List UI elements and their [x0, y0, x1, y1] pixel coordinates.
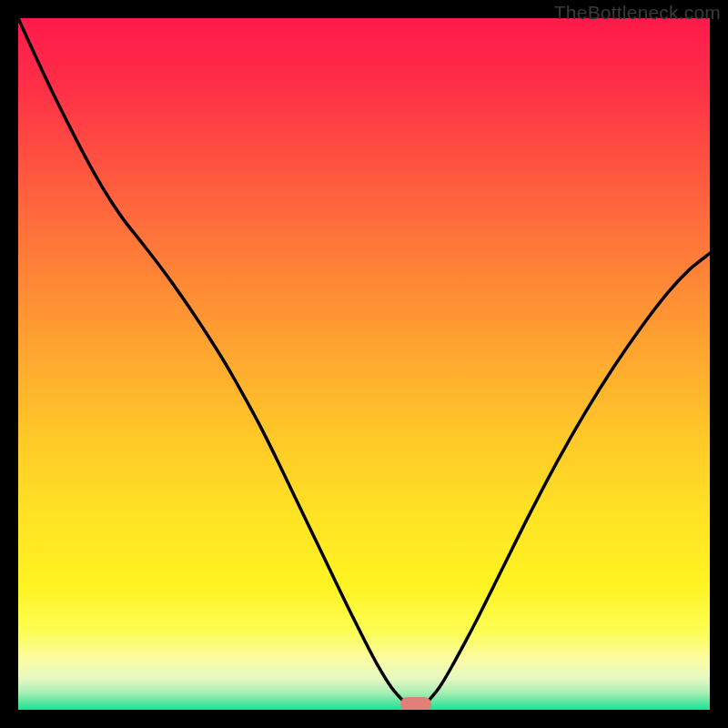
minimum-marker	[400, 697, 431, 710]
watermark-text: TheBottleneck.com	[554, 2, 721, 24]
chart-frame: TheBottleneck.com	[0, 0, 728, 728]
bottleneck-curve	[18, 18, 710, 710]
plot-area	[18, 18, 710, 710]
